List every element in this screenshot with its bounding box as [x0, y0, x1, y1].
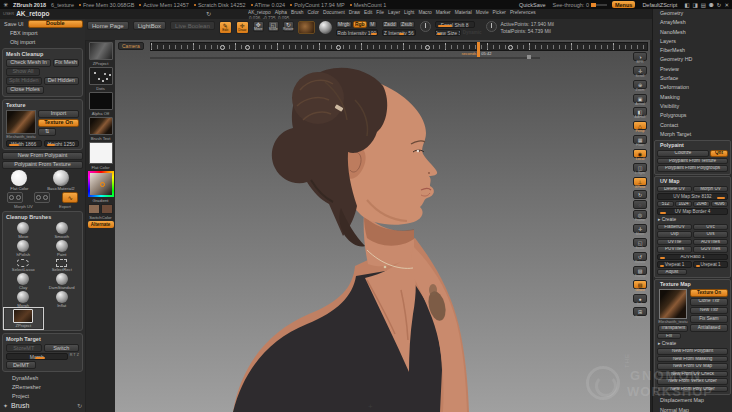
texture-create-button[interactable]: New From UV Map — [657, 363, 728, 370]
uv-create-subheader[interactable]: ▸ Create — [656, 216, 729, 223]
live-boolean-toggle[interactable]: Live Boolean — [170, 21, 215, 30]
subpalette-header[interactable]: Geometry — [653, 9, 732, 18]
export-button[interactable]: Export — [59, 204, 71, 209]
home-page-button[interactable]: Home Page — [87, 21, 129, 30]
texture-thumbnail[interactable] — [6, 110, 36, 134]
texture-create-subheader[interactable]: ▸ Create — [656, 340, 729, 347]
uv-create-button[interactable]: Uvs — [693, 231, 728, 238]
fill-button[interactable]: Fill — [657, 333, 681, 340]
close-holes-button[interactable]: Close Holes — [6, 86, 44, 94]
sync-icon[interactable]: ↻ — [717, 2, 722, 8]
see-through-slider[interactable]: See-through: 0 — [553, 2, 607, 8]
edit-mode-button[interactable]: ✎Edit — [219, 21, 232, 34]
menu-item[interactable]: Light — [404, 10, 414, 15]
rgb-intensity-slider[interactable]: Rgb Intensity 100 — [336, 29, 378, 36]
menu-item[interactable]: Layer — [388, 10, 400, 15]
subpalette-header[interactable]: Displacement Map — [653, 396, 732, 405]
draw-size-slider[interactable]: Draw Size 3 — [435, 29, 461, 36]
delete-uv-button[interactable]: Delete UV — [657, 186, 692, 193]
rgb-toggle[interactable]: Rgb — [353, 21, 367, 28]
solo-toggle[interactable]: ● Solo — [632, 294, 648, 307]
keyframe-dot[interactable] — [425, 45, 430, 50]
menu-item[interactable]: Marker — [436, 10, 451, 15]
menu-item[interactable]: Movie — [476, 10, 489, 15]
camera-track-button[interactable]: Camera — [118, 42, 144, 50]
auv-ratio-slider[interactable]: AUVRatio 1 — [657, 254, 728, 261]
basic-material2[interactable]: BasicMaterial2 — [47, 170, 74, 191]
menu-item[interactable]: Macro — [418, 10, 431, 15]
magnify-button[interactable]: ◌ — [632, 200, 648, 209]
transparent-toggle[interactable]: Transparent — [658, 325, 688, 332]
color-swatch[interactable] — [88, 204, 100, 214]
double-toggle[interactable]: Double — [28, 20, 83, 28]
zadd-toggle[interactable]: Zadd — [382, 21, 398, 28]
texture-map-button[interactable]: Texture On — [690, 289, 728, 297]
subpalette-header[interactable]: FiberMesh — [653, 46, 732, 55]
close-icon[interactable]: ✕ — [724, 2, 729, 8]
subpalette-header[interactable]: ArrayMesh — [653, 18, 732, 27]
texture-create-button[interactable]: New From UV Check — [657, 371, 728, 378]
subpalette-header[interactable]: Contact — [653, 121, 732, 130]
focal-shift-slider[interactable]: Focal Shift 8 — [435, 21, 475, 28]
menu-item[interactable]: Alpha — [275, 10, 287, 15]
subpalette-header[interactable]: Deformation — [653, 83, 732, 92]
flat-color-material[interactable]: Flat Color — [10, 170, 28, 191]
morph-uv-button-right[interactable]: Morph UV — [693, 186, 728, 193]
menu-item[interactable]: Edit — [364, 10, 372, 15]
new-from-polypaint-button[interactable]: New From Polypaint — [2, 152, 83, 160]
texture-on-toggle[interactable]: Texture On — [38, 119, 79, 127]
model-3d[interactable] — [115, 40, 650, 412]
scale-button[interactable]: ◱ Scale — [632, 238, 648, 251]
texture-map-title[interactable]: Texture Map — [656, 281, 729, 288]
texture-create-button[interactable]: New From Masking — [657, 356, 728, 363]
draw-mode-button[interactable]: ✛Draw — [236, 21, 249, 34]
split-hidden-button[interactable]: Split Hidden — [6, 77, 42, 85]
uv-create-button[interactable]: UVc — [693, 224, 728, 231]
polypaint-from-polygroups-button[interactable]: Polypaint From Polygroups — [657, 165, 728, 172]
scroll-button[interactable]: ✛ Scroll — [632, 66, 648, 79]
subpalette-header[interactable]: NanoMesh — [653, 28, 732, 37]
dynamic-label[interactable]: Dynamic — [463, 30, 482, 35]
brush-preset[interactable]: ZProject — [5, 309, 42, 328]
brush-preset[interactable]: DamStandard — [44, 273, 81, 290]
uv-create-button[interactable]: UVTile — [657, 239, 692, 246]
texture-create-button[interactable]: New From Poly Order — [657, 386, 728, 393]
check-mesh-button[interactable]: Check Mesh In — [6, 59, 51, 67]
default-zscript-button[interactable]: DefaultZScript — [640, 2, 679, 8]
tray-right-icon[interactable]: ◨ — [692, 2, 697, 8]
material-slot[interactable] — [89, 142, 113, 164]
timeline-handle[interactable] — [527, 55, 531, 59]
uv-create-button[interactable]: PUVTiles — [657, 246, 692, 253]
brush-preset[interactable]: hPolish — [5, 240, 42, 257]
del-mt-button[interactable]: DelMT — [6, 361, 36, 369]
draw-size-knob[interactable] — [486, 21, 497, 32]
keyframe-dot[interactable] — [220, 45, 225, 50]
brush-preset[interactable]: SelectLasso — [5, 259, 42, 272]
local-toggle[interactable]: ◉ Local — [632, 149, 648, 162]
import-texture-button[interactable]: Import — [38, 110, 79, 118]
palette-row[interactable]: ✦ Brush ↻ — [3, 402, 82, 409]
focal-shift-knob[interactable] — [420, 21, 431, 32]
move-mode-button[interactable]: ✥Move — [253, 21, 264, 32]
bpr-button[interactable]: ◑ BPR — [632, 52, 648, 65]
rotate-button[interactable]: ↺ Rotate — [632, 252, 648, 265]
menu-item[interactable]: Color — [307, 10, 318, 15]
uv-create-button[interactable]: AUVTiles — [693, 239, 728, 246]
dial-toggle-a[interactable] — [7, 192, 23, 203]
xpose-toggle[interactable]: ⊥ XPose — [632, 177, 648, 190]
menus-toggle[interactable]: Menus — [612, 1, 635, 8]
mrgb-toggle[interactable]: Mrgb — [336, 21, 352, 28]
alternate-toggle[interactable]: Alternate — [88, 221, 114, 228]
subpalette-header[interactable]: Polygroups — [653, 111, 732, 120]
fbx-import-button[interactable]: FBX import — [8, 29, 40, 37]
user-icon[interactable]: ⚉ — [709, 2, 714, 8]
subpalette-header[interactable]: Normal Map — [653, 406, 732, 412]
brush-preset[interactable]: Clay — [5, 273, 42, 290]
texture-create-button[interactable]: New From Polypaint — [657, 348, 728, 355]
subpalette-header[interactable]: Geometry HD — [653, 55, 732, 64]
ghost-toggle[interactable]: ▧ Ghost — [632, 280, 648, 293]
subpalette-header[interactable]: Layers — [653, 37, 732, 46]
menu-item[interactable]: Material — [455, 10, 472, 15]
stroke-slot[interactable] — [89, 67, 113, 85]
colorize-toggle[interactable]: Colorize — [657, 150, 709, 157]
